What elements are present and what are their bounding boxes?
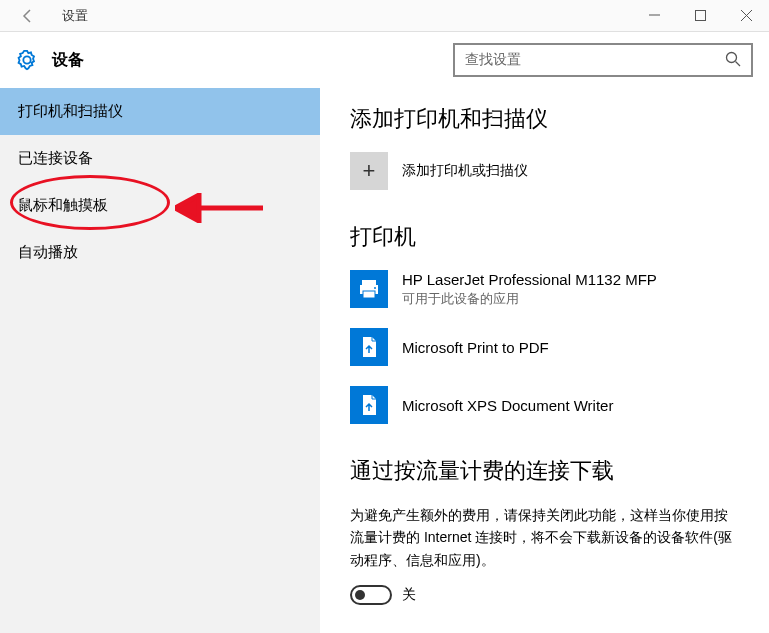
header: 设备 查找设置 [0, 32, 769, 88]
search-icon [725, 51, 741, 70]
printer-row[interactable]: Microsoft Print to PDF [350, 328, 739, 366]
minimize-button[interactable] [631, 0, 677, 32]
printer-icon [350, 270, 388, 308]
document-icon [350, 386, 388, 424]
svg-rect-8 [363, 291, 375, 298]
titlebar: 设置 [0, 0, 769, 32]
window-controls [631, 0, 769, 32]
printer-name: Microsoft XPS Document Writer [402, 397, 613, 414]
sidebar-item-mouse[interactable]: 鼠标和触摸板 [0, 182, 320, 229]
printer-name: Microsoft Print to PDF [402, 339, 549, 356]
back-button[interactable] [12, 0, 44, 32]
page-title: 设备 [52, 50, 84, 71]
metered-description: 为避免产生额外的费用，请保持关闭此功能，这样当你使用按流量计费的 Interne… [350, 504, 739, 571]
svg-line-5 [736, 61, 741, 66]
section-add-title: 添加打印机和扫描仪 [350, 104, 739, 134]
section-metered-title: 通过按流量计费的连接下载 [350, 456, 739, 486]
add-printer-row[interactable]: + 添加打印机或扫描仪 [350, 152, 739, 190]
window-title: 设置 [62, 7, 88, 25]
printer-subtitle: 可用于此设备的应用 [402, 290, 657, 308]
sidebar-item-connected[interactable]: 已连接设备 [0, 135, 320, 182]
svg-point-9 [374, 287, 376, 289]
printer-row[interactable]: HP LaserJet Professional M1132 MFP 可用于此设… [350, 270, 739, 308]
gear-icon [16, 49, 38, 71]
toggle-track [350, 585, 392, 605]
section-printers-title: 打印机 [350, 222, 739, 252]
search-placeholder: 查找设置 [465, 51, 725, 69]
toggle-knob [355, 590, 365, 600]
metered-toggle[interactable]: 关 [350, 585, 739, 605]
sidebar-item-label: 打印机和扫描仪 [18, 102, 123, 121]
sidebar-item-autoplay[interactable]: 自动播放 [0, 229, 320, 276]
sidebar-item-label: 已连接设备 [18, 149, 93, 168]
search-input[interactable]: 查找设置 [453, 43, 753, 77]
document-icon [350, 328, 388, 366]
content: 添加打印机和扫描仪 + 添加打印机或扫描仪 打印机 HP LaserJet Pr… [320, 88, 769, 633]
add-printer-label: 添加打印机或扫描仪 [402, 162, 528, 180]
sidebar-item-label: 自动播放 [18, 243, 78, 262]
sidebar-item-printers[interactable]: 打印机和扫描仪 [0, 88, 320, 135]
close-button[interactable] [723, 0, 769, 32]
plus-icon: + [350, 152, 388, 190]
svg-rect-1 [695, 11, 705, 21]
printer-name: HP LaserJet Professional M1132 MFP [402, 271, 657, 288]
main: 打印机和扫描仪 已连接设备 鼠标和触摸板 自动播放 添加打印机和扫描仪 + 添加… [0, 88, 769, 633]
printer-row[interactable]: Microsoft XPS Document Writer [350, 386, 739, 424]
sidebar-item-label: 鼠标和触摸板 [18, 196, 108, 215]
sidebar: 打印机和扫描仪 已连接设备 鼠标和触摸板 自动播放 [0, 88, 320, 633]
svg-rect-6 [362, 280, 376, 285]
maximize-button[interactable] [677, 0, 723, 32]
toggle-label: 关 [402, 586, 416, 604]
svg-point-4 [727, 52, 737, 62]
